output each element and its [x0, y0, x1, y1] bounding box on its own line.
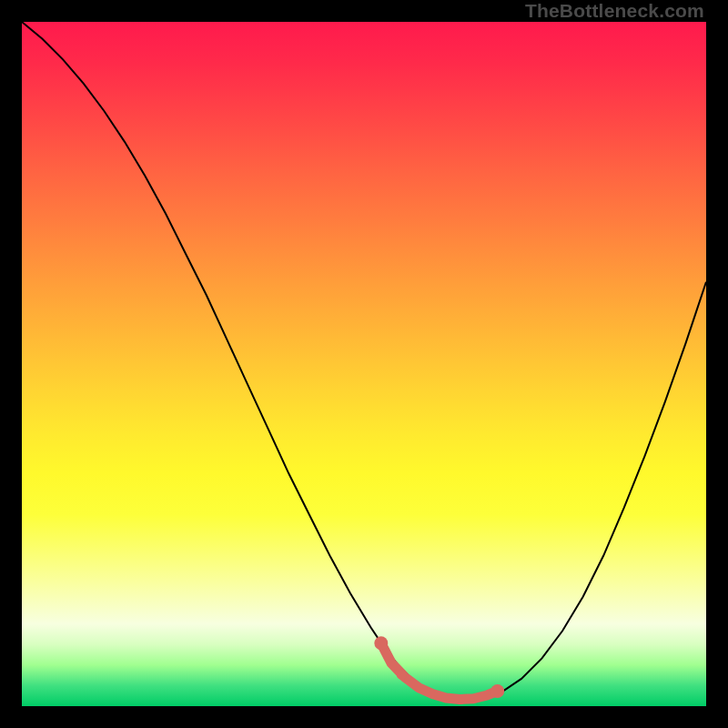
marker-valley-right-dot [490, 684, 504, 698]
chart-frame: TheBottleneck.com [0, 0, 728, 728]
chart-svg [22, 22, 706, 706]
watermark-text: TheBottleneck.com [525, 0, 704, 22]
marker-valley-mid-dot [397, 670, 407, 680]
series-bottleneck-curve [22, 22, 706, 699]
marker-valley-left-dot [374, 636, 388, 650]
